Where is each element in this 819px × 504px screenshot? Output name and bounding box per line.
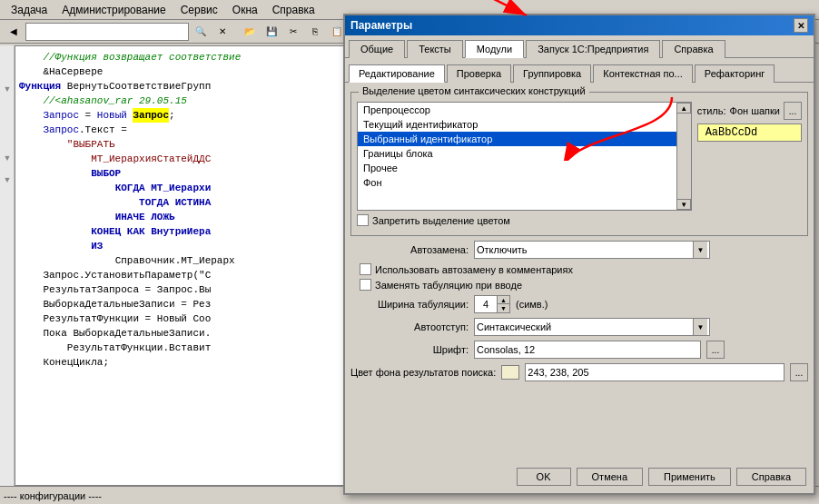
code-line-3: Функция ВернутьСоответствиеГрупп (19, 79, 355, 94)
style-ellipsis-btn[interactable]: ... (784, 102, 802, 120)
menu-spravka[interactable]: Справка (265, 2, 322, 18)
checkbox-autozamena-row: Использовать автозамену в комментариях (360, 263, 808, 275)
font-ellipsis-btn[interactable]: ... (706, 341, 725, 359)
editor-content[interactable]: //Функция возвращает соответствие &НаСер… (15, 46, 359, 467)
tab-spravka-top[interactable]: Справка (662, 40, 725, 58)
editor-area: //Функция возвращает соответствие &НаСер… (15, 45, 360, 486)
code-line-14: ИЗ (19, 239, 355, 253)
tab-zapusk[interactable]: Запуск 1С:Предприятия (526, 40, 660, 58)
syntax-item-prochee[interactable]: Прочее (358, 161, 676, 175)
dialog-close-button[interactable]: ✕ (794, 18, 808, 33)
tab-moduli[interactable]: Модули (465, 40, 524, 58)
tab-obshie[interactable]: Общие (349, 40, 405, 58)
syntax-item-preprocessor[interactable]: Препроцессор (358, 103, 676, 117)
autozamena-dropdown[interactable]: Отключить ▼ (474, 241, 710, 259)
tab-redaktir[interactable]: Редактирование (349, 64, 445, 83)
font-dropdown[interactable]: Consolas, 12 (474, 341, 701, 359)
list-style-container: Препроцессор Текущий идентификатор Выбра… (357, 102, 802, 211)
toolbar-dropdown[interactable] (25, 23, 189, 41)
tab-refaktoring[interactable]: Рефакторинг (695, 64, 775, 83)
autozamena-label: Автозамена: (350, 244, 469, 255)
search-bg-swatch[interactable] (501, 365, 519, 380)
toolbar-cut-btn[interactable]: ✂ (283, 22, 303, 42)
toolbar-clear-btn[interactable]: ✕ (212, 22, 232, 42)
toolbar-back-btn[interactable]: ◀ (4, 22, 24, 42)
search-bg-color: 243, 238, 205 (528, 367, 588, 378)
autostep-arrow[interactable]: ▼ (693, 319, 707, 335)
spin-down[interactable]: ▼ (497, 304, 509, 312)
checkbox-forbid-row: Запретить выделение цветом (357, 214, 802, 226)
autostep-value: Синтаксический (477, 321, 551, 332)
checkbox-forbid[interactable] (357, 214, 369, 226)
help-button[interactable]: Справка (736, 468, 806, 486)
tab-bar-second: Редактирование Проверка Группировка Конт… (345, 60, 814, 83)
toolbar-copy-btn[interactable]: ⎘ (305, 22, 325, 42)
menu-zadacha[interactable]: Задача (4, 2, 54, 18)
margin-expand3[interactable]: ▼ (0, 173, 15, 187)
code-line-5: Запрос = Новый Запрос; (19, 108, 355, 123)
code-line-17: РезультатЗапроса = Запрос.Вы (19, 282, 355, 297)
syntax-group-box: Выделение цветом синтаксических конструк… (350, 92, 808, 236)
margin-expand1[interactable]: ▼ (0, 82, 15, 96)
checkbox-tabulation-row: Заменять табуляцию при вводе (360, 279, 808, 291)
code-line-20: Пока ВыборкаДетальныеЗаписи. (19, 326, 355, 341)
tab-width-spinbox[interactable]: ▲ ▼ (474, 295, 510, 313)
style-panel: стиль: Фон шапки ... AaBbCcDd (697, 102, 802, 211)
tab-width-label: Ширина табуляции: (350, 299, 469, 310)
code-line-6: Запрос.Текст = (19, 123, 355, 137)
syntax-item-borders[interactable]: Границы блока (358, 146, 676, 161)
toolbar-open-btn[interactable]: 📂 (240, 22, 260, 42)
code-line-19: РезультатФункции = Новый Соо (19, 311, 355, 326)
menu-okna[interactable]: Окна (225, 2, 265, 18)
code-line-4: //<ahasanov_rar 29.05.15 (19, 94, 355, 108)
toolbar-save-btn[interactable]: 💾 (261, 22, 281, 42)
checkbox-forbid-label: Запретить выделение цветом (372, 215, 510, 226)
ok-button[interactable]: OK (517, 468, 571, 486)
margin-expand2[interactable]: ▼ (0, 151, 15, 165)
style-label: стиль: (697, 105, 726, 116)
autozamena-value: Отключить (477, 244, 528, 255)
syntax-item-selected-id[interactable]: Выбранный идентификатор (358, 132, 676, 146)
syntax-item-fon[interactable]: Фон (358, 175, 676, 190)
code-line-8: МТ_ИерархияСтатейДДС (19, 152, 355, 166)
menu-servis[interactable]: Сервис (173, 2, 225, 18)
dialog-title: Параметры (350, 19, 412, 32)
spin-up[interactable]: ▲ (497, 296, 509, 304)
code-line-22: КонецЦикла; (19, 355, 355, 370)
autozamena-arrow[interactable]: ▼ (693, 242, 707, 258)
tab-proverka[interactable]: Проверка (447, 64, 511, 83)
syntax-list-scrollbar: ▲ ▼ (677, 102, 692, 211)
tab-teksty[interactable]: Тексты (407, 40, 463, 58)
spin-buttons: ▲ ▼ (497, 296, 509, 312)
cancel-button[interactable]: Отмена (577, 468, 643, 486)
tab-gruppirovka[interactable]: Группировка (513, 64, 591, 83)
tab-width-unit: (симв.) (516, 299, 548, 310)
code-line-7: "ВЫБРАТЬ (19, 137, 355, 152)
checkbox-tabulation-label: Заменять табуляцию при вводе (375, 280, 522, 291)
apply-button[interactable]: Применить (648, 468, 731, 486)
search-bg-row: Цвет фона результатов поиска: 243, 238, … (350, 363, 808, 381)
code-line-2: &НаСервере (19, 64, 355, 79)
tab-kontekstnaya[interactable]: Контекстная по... (593, 64, 693, 83)
code-line-16: Запрос.УстановитьПараметр("С (19, 268, 355, 282)
menu-admin[interactable]: Администрирование (54, 2, 173, 18)
dialog-titlebar: Параметры ✕ (345, 15, 814, 35)
search-bg-ellipsis-btn[interactable]: ... (790, 363, 808, 381)
toolbar-search-btn[interactable]: 🔍 (191, 22, 211, 42)
syntax-list[interactable]: Препроцессор Текущий идентификатор Выбра… (357, 102, 677, 211)
syntax-item-current-id[interactable]: Текущий идентификатор (358, 117, 676, 132)
dialog-buttons: OK Отмена Применить Справка (517, 468, 806, 486)
autostep-dropdown[interactable]: Синтаксический ▼ (474, 318, 710, 336)
dialog-main-content: Выделение цветом синтаксических конструк… (345, 83, 814, 391)
checkbox-autozamena[interactable] (360, 263, 371, 275)
checkbox-tabulation[interactable] (360, 279, 371, 291)
checkbox-autozamena-label: Использовать автозамену в комментариях (375, 264, 573, 275)
tab-bar-top: Общие Тексты Модули Запуск 1С:Предприяти… (345, 35, 814, 58)
scroll-down-arrow[interactable]: ▼ (676, 199, 691, 210)
font-row: Шрифт: Consolas, 12 ... (350, 341, 808, 359)
tab-width-input[interactable] (475, 299, 497, 310)
style-preview: AaBbCcDd (697, 124, 802, 142)
tab-width-row: Ширина табуляции: ▲ ▼ (симв.) (350, 295, 808, 313)
search-bg-value-box[interactable]: 243, 238, 205 (525, 363, 784, 381)
scroll-up-arrow[interactable]: ▲ (676, 103, 691, 114)
